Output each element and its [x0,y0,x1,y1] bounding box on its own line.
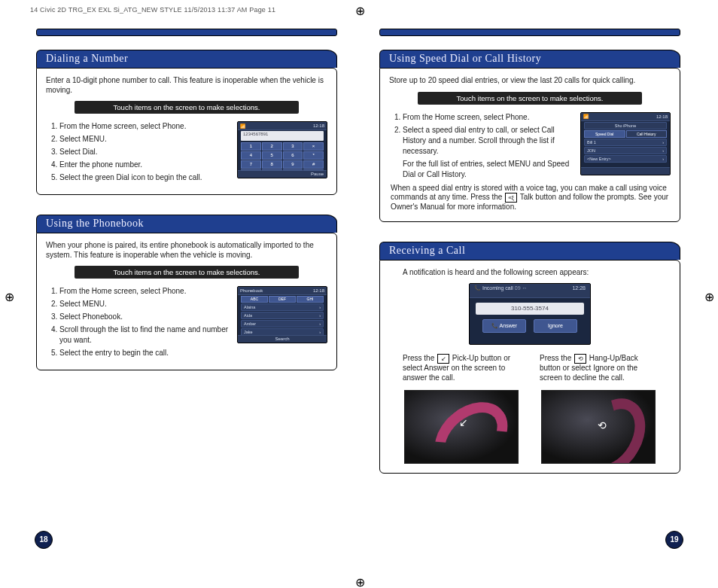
device-time: 12:28 [572,285,586,296]
list-item: Jake [244,329,253,335]
dial-display: 1234567891 [241,131,324,141]
hangup-button-photo: ⟲ [541,390,656,464]
list-item: Enter the phone number. [59,160,230,170]
talk-button-icon: «ξ [505,193,517,203]
section-title: Dialing a Number [36,50,337,68]
hangup-button-icon: ⟲ [574,354,586,364]
device-time: 12:18 [656,114,668,119]
list-item: Amber [244,321,256,327]
list-item: Select the green Dial icon to begin the … [59,172,230,183]
left-page: Dialing a Number Enter a 10-digit phone … [36,29,337,493]
dial-screen-thumbnail: 📶12:18 1234567891 123× 456* 789# 0 📞 [237,121,327,178]
pickup-instructions: Press the ↙ Pick-Up button or select Ans… [403,354,520,464]
list-item: Select Dial. [59,147,230,157]
incoming-number: 310-555-3574 [476,303,584,315]
list-item: Select a speed dial entry to call, or se… [403,125,573,180]
incoming-call-screen-thumbnail: 📞 Incoming call 09 ↔ 12:28 310-555-3574 … [469,283,591,345]
list-item: Aida [244,312,252,318]
section-speed-dial-call-history: Using Speed Dial or Call History Store u… [379,50,680,222]
list-item: Select MENU. [59,134,230,145]
speed-dial-screen-thumbnail: 📶12:18 Sho iPhone Speed Dial Call Histor… [580,112,671,175]
list-item: From the Home screen, select Phone. [59,121,230,132]
list-item: Alaina [244,304,255,310]
hangup-instructions: Press the ⟲ Hang-Up/Back button or selec… [540,354,657,464]
device-time: 12:18 [313,123,324,128]
device-title: Phonebook [240,288,263,293]
device-time: 12:18 [313,288,324,293]
list-item: Scroll through the list to find the name… [59,324,230,346]
page-number-right: 19 [665,531,683,549]
section-title: Receiving a Call [379,242,680,260]
list-item: Bill 1 [587,139,596,145]
section-intro: When your phone is paired, its entire ph… [46,241,327,260]
list-item: From the Home screen, select Phone. [403,112,573,123]
registration-mark-icon: ⊕ [2,289,17,304]
registration-mark-icon: ⊕ [701,289,716,304]
section-dialing-a-number: Dialing a Number Enter a 10-digit phone … [36,50,337,195]
device-tab: Call History [626,130,668,138]
ignore-button-thumbnail: Ignore [534,319,577,333]
print-header: 14 Civic 2D TRG_EX EXL Si_ATG_NEW STYLE … [30,6,275,14]
section-using-the-phonebook: Using the Phonebook When your phone is p… [36,215,337,370]
device-search: Search [238,335,327,343]
section-receiving-a-call: Receiving a Call A notification is heard… [379,242,680,474]
section-title: Using Speed Dial or Call History [379,50,680,68]
touch-hint-bar: Touch items on the screen to make select… [75,266,299,279]
pickup-button-photo: ↙ [404,390,519,464]
phonebook-screen-thumbnail: Phonebook12:18 ABC DEF GHI Alaina› Aida›… [237,286,327,343]
registration-mark-icon: ⊕ [352,574,367,588]
section-intro: Enter a 10-digit phone number to call. T… [46,76,327,95]
device-title: Sho iPhone [584,122,667,129]
step-list: From the Home screen, select Phone. Sele… [46,121,230,185]
section-intro: A notification is heard and the followin… [403,268,671,278]
list-item: Select MENU. [59,299,230,309]
section-intro: Store up to 20 speed dial entries, or vi… [389,76,671,86]
device-title: Incoming call [482,285,513,291]
registration-mark-icon: ⊕ [352,3,367,18]
page-header-bar [36,29,337,36]
touch-hint-bar: Touch items on the screen to make select… [418,92,642,105]
answer-button-thumbnail: 📞 Answer [482,319,526,333]
page-number-left: 18 [35,531,53,549]
list-item: <New Entry> [587,156,611,162]
device-pause: Pause [238,170,327,178]
pickup-button-icon: ↙ [437,354,449,364]
device-tab: Speed Dial [584,130,625,138]
right-page: Using Speed Dial or Call History Store u… [379,29,680,493]
list-item: JON [587,148,595,154]
step-list: From the Home screen, select Phone. Sele… [389,112,573,182]
step-list: From the Home screen, select Phone. Sele… [46,286,230,361]
list-item: Select the entry to begin the call. [59,348,230,358]
voice-tag-note: When a speed dial entry is stored with a… [391,184,669,212]
list-item: From the Home screen, select Phone. [59,286,230,297]
page-header-bar [379,29,680,36]
list-item: Select Phonebook. [59,312,230,322]
touch-hint-bar: Touch items on the screen to make select… [75,101,299,114]
section-title: Using the Phonebook [36,215,337,233]
